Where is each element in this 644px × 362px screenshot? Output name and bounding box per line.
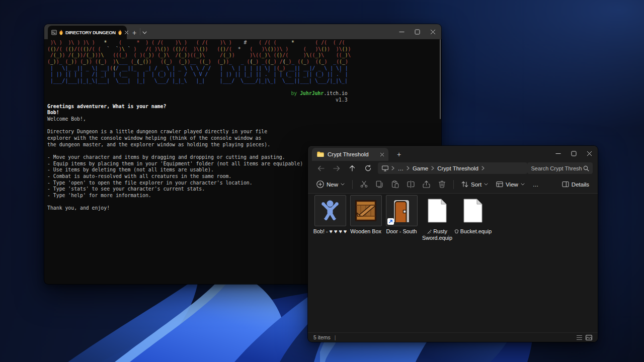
rusty-sword-file-icon: [422, 195, 453, 226]
details-button-label: Details: [572, 182, 589, 188]
refresh-button[interactable]: [360, 162, 376, 174]
terminal-scrollbar-thumb[interactable]: [440, 39, 441, 119]
maximize-button[interactable]: [410, 24, 425, 39]
sort-button[interactable]: Sort: [458, 177, 492, 192]
crate-icon: [354, 200, 377, 222]
explorer-window-controls: [550, 146, 597, 161]
file-label: Bucket.equip: [454, 228, 492, 235]
cut-button[interactable]: [357, 177, 371, 192]
new-button[interactable]: New: [313, 177, 348, 192]
explorer-tab-bar[interactable]: Crypt Threshold +: [308, 146, 598, 161]
copy-button[interactable]: [372, 177, 387, 192]
file-explorer-window: Crypt Threshold + … Game Crypt Threshold: [308, 146, 598, 342]
explorer-toolbar: New Sort View … Details: [308, 175, 598, 194]
explorer-tab-title: Crypt Threshold: [328, 151, 369, 157]
bob-thumbnail: [314, 195, 346, 226]
bucket-glyph-icon: [454, 229, 459, 234]
paste-icon: [391, 180, 399, 188]
rename-button[interactable]: [404, 177, 418, 192]
tab-close-button[interactable]: [380, 152, 384, 157]
copy-icon: [376, 180, 383, 188]
sort-icon: [461, 181, 468, 188]
search-icon: [583, 165, 589, 171]
sword-glyph-icon: [427, 230, 432, 234]
file-item-rusty-sword[interactable]: Rusty Sword.equip: [421, 195, 453, 332]
breadcrumb-chevron-icon: [407, 166, 410, 170]
toolbar-separator: [453, 180, 454, 189]
explorer-address-bar: … Game Crypt Threshold Search Crypt Thre…: [308, 161, 598, 175]
file-item-door-south[interactable]: Door - South: [385, 195, 418, 332]
terminal-titlebar[interactable]: DIRECTORY DUNGEON +: [44, 24, 441, 39]
new-plus-icon: [316, 180, 324, 188]
minimize-button[interactable]: [394, 24, 410, 39]
new-button-label: New: [327, 182, 338, 188]
list-view-toggle-icon[interactable]: [576, 335, 583, 340]
view-button[interactable]: View: [493, 177, 528, 192]
breadcrumb-ellipsis[interactable]: …: [397, 165, 404, 171]
share-button[interactable]: [419, 177, 434, 192]
sort-button-label: Sort: [471, 182, 481, 188]
search-box[interactable]: Search Crypt Thresh: [527, 162, 593, 174]
item-count: 5 items: [313, 334, 331, 340]
file-item-bucket[interactable]: Bucket.equip: [457, 195, 489, 332]
terminal-tab[interactable]: DIRECTORY DUNGEON: [48, 26, 127, 39]
rename-icon: [407, 180, 415, 188]
person-icon: [318, 200, 342, 222]
file-item-bob[interactable]: Bob! - ♥ ♥ ♥ ♥: [314, 195, 346, 332]
details-button[interactable]: Details: [558, 177, 593, 192]
close-button[interactable]: [582, 146, 597, 161]
chevron-down-icon: [484, 183, 488, 186]
file-label-text: Rusty Sword.equip: [422, 228, 452, 241]
door-thumbnail: [386, 195, 418, 226]
shortcut-arrow-overlay-icon: [387, 218, 394, 225]
new-tab-button[interactable]: +: [392, 148, 406, 161]
explorer-tab[interactable]: Crypt Threshold: [312, 148, 388, 161]
this-pc-icon: [382, 165, 388, 171]
chevron-down-icon: [521, 183, 525, 186]
status-separator: |: [335, 334, 336, 340]
door-icon: [391, 199, 412, 223]
cut-icon: [360, 180, 368, 188]
breadcrumb-chevron-icon: [391, 166, 394, 170]
breadcrumb-chevron-icon: [431, 166, 434, 170]
share-icon: [423, 180, 430, 188]
close-button[interactable]: [425, 24, 441, 39]
back-button[interactable]: [313, 162, 329, 174]
file-label: Door - South: [386, 228, 417, 235]
status-view-toggles: [576, 335, 592, 340]
more-options-button[interactable]: …: [529, 177, 543, 192]
file-label: Rusty Sword.equip: [421, 228, 453, 241]
breadcrumb-chevron-icon: [481, 166, 485, 170]
up-button[interactable]: [345, 162, 360, 174]
terminal-app-icon: [51, 30, 57, 35]
breadcrumb-item-current[interactable]: Crypt Threshold: [437, 165, 478, 171]
minimize-button[interactable]: [550, 146, 566, 161]
delete-button[interactable]: [435, 177, 449, 192]
fire-emoji-icon: [118, 30, 122, 35]
explorer-status-bar: 5 items |: [308, 332, 598, 342]
bucket-file-icon: [457, 195, 489, 226]
tab-dropdown-button[interactable]: [137, 26, 151, 39]
wooden-box-thumbnail: [350, 195, 382, 226]
paste-button[interactable]: [388, 177, 403, 192]
view-icon: [496, 181, 503, 188]
terminal-window-controls: [394, 24, 441, 39]
ellipsis-icon: …: [533, 182, 539, 188]
breadcrumb-item-game[interactable]: Game: [413, 165, 428, 171]
thumbnail-view-toggle-icon[interactable]: [586, 335, 592, 340]
forward-button[interactable]: [329, 162, 344, 174]
address-box[interactable]: … Game Crypt Threshold: [378, 162, 527, 174]
fire-emoji-icon: [59, 30, 63, 35]
maximize-button[interactable]: [566, 146, 582, 161]
explorer-file-list[interactable]: Bob! - ♥ ♥ ♥ ♥ Wooden Box: [308, 194, 598, 332]
blank-file-icon: [463, 198, 483, 223]
file-label: Wooden Box: [350, 228, 381, 235]
search-placeholder: Search Crypt Thresh: [531, 165, 582, 171]
details-panel-icon: [562, 181, 569, 188]
delete-icon: [438, 180, 446, 188]
file-item-wooden-box[interactable]: Wooden Box: [350, 195, 382, 332]
folder-icon: [317, 151, 324, 157]
chevron-down-icon: [341, 183, 345, 186]
file-label-text: Bucket.equip: [460, 228, 492, 235]
blank-file-icon: [427, 198, 447, 223]
